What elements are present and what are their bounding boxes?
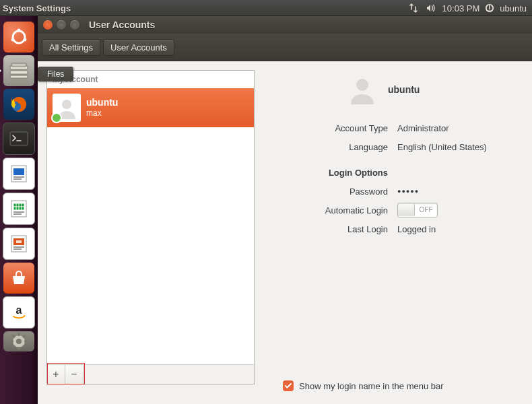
session-icon[interactable] (481, 0, 498, 16)
avatar-large-icon[interactable] (347, 75, 377, 104)
panel-app-name: System Settings (0, 3, 76, 13)
svg-rect-11 (10, 132, 28, 145)
detail-panel: ubuntu Account Type Administrator Langua… (255, 61, 532, 404)
password-label: Password (273, 187, 388, 197)
last-login-label: Last Login (273, 224, 388, 234)
launcher-dash[interactable] (3, 22, 34, 53)
launcher-calc[interactable] (3, 193, 35, 225)
svg-point-21 (16, 339, 22, 344)
close-icon[interactable] (43, 20, 53, 30)
launcher-tooltip: Files (38, 67, 73, 81)
launcher-software-center[interactable] (3, 263, 34, 294)
detail-name[interactable]: ubuntu (388, 84, 420, 95)
launcher: a (0, 16, 38, 404)
user-display-name: ubuntu (86, 97, 118, 108)
sound-icon[interactable] (422, 0, 441, 16)
svg-point-23 (356, 79, 368, 91)
launcher-amazon[interactable]: a (3, 296, 35, 329)
svg-rect-13 (13, 168, 24, 175)
breadcrumb: All Settings User Accounts (38, 34, 532, 61)
language-value[interactable]: English (United States) (397, 142, 516, 152)
svg-point-22 (62, 100, 71, 109)
launcher-settings[interactable] (3, 331, 34, 351)
panel-session-user[interactable]: ubuntu (498, 0, 532, 16)
user-list: My Account ubuntu max + − (46, 70, 255, 384)
launcher-impress[interactable] (3, 228, 35, 260)
last-login-value: Logged in (397, 224, 516, 234)
avatar-icon (53, 94, 81, 122)
svg-rect-8 (10, 75, 28, 78)
breadcrumb-all-settings[interactable]: All Settings (42, 39, 100, 56)
top-panel: System Settings 10:03 PM ubuntu (0, 0, 532, 16)
language-label: Language (273, 142, 388, 152)
user-row[interactable]: ubuntu max (47, 88, 254, 127)
login-options-header: Login Options (273, 168, 388, 178)
tooltip-text: Files (47, 69, 64, 79)
svg-rect-18 (16, 240, 22, 243)
launcher-firefox[interactable] (3, 89, 34, 120)
svg-point-3 (18, 29, 21, 32)
user-list-toolbar: + − (47, 364, 254, 384)
show-login-name-checkbox[interactable] (283, 380, 294, 391)
svg-point-2 (13, 31, 25, 43)
password-value[interactable]: ●●●●● (397, 188, 516, 195)
user-accounts-window: User Accounts All Settings User Accounts… (38, 16, 532, 404)
auto-login-state: OFF (415, 206, 437, 213)
svg-point-5 (11, 38, 15, 42)
svg-text:a: a (16, 304, 22, 316)
svg-rect-9 (11, 63, 26, 67)
user-list-section: My Account (47, 71, 254, 88)
add-user-button[interactable]: + (47, 365, 65, 384)
window-title: User Accounts (85, 20, 155, 30)
launcher-terminal[interactable] (3, 123, 35, 155)
remove-user-button[interactable]: − (65, 365, 84, 384)
auto-login-switch[interactable]: OFF (397, 203, 438, 217)
svg-rect-7 (10, 71, 28, 74)
breadcrumb-user-accounts[interactable]: User Accounts (103, 39, 174, 56)
presence-indicator (51, 112, 62, 123)
minimize-icon[interactable] (57, 20, 66, 30)
title-bar: User Accounts (38, 16, 532, 34)
network-icon[interactable] (405, 0, 422, 16)
auto-login-label: Automatic Login (273, 205, 388, 215)
show-login-name-label[interactable]: Show my login name in the menu bar (299, 381, 444, 391)
maximize-icon[interactable] (70, 20, 79, 30)
account-type-value[interactable]: Administrator (397, 123, 516, 133)
launcher-writer[interactable] (3, 158, 35, 190)
svg-point-4 (24, 38, 27, 42)
launcher-files[interactable] (3, 55, 34, 86)
user-username: max (86, 108, 118, 118)
account-type-label: Account Type (273, 123, 388, 133)
panel-clock[interactable]: 10:03 PM (441, 0, 481, 16)
